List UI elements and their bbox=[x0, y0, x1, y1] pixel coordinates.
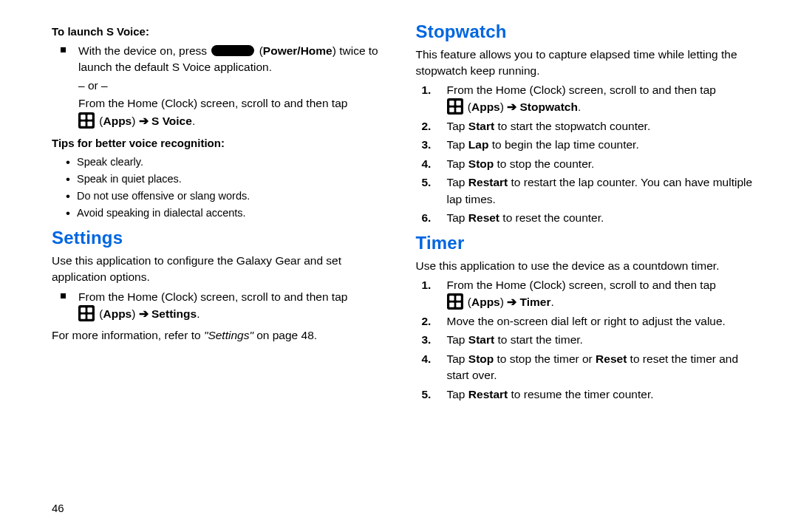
page-number: 46 bbox=[52, 502, 64, 514]
list-item: 5.Tap Restart to resume the timer counte… bbox=[416, 386, 758, 403]
text: to reset the counter. bbox=[499, 211, 604, 224]
or-divider: – or – bbox=[78, 78, 394, 94]
text: to resume the timer counter. bbox=[508, 388, 653, 400]
power-home-button-icon bbox=[211, 45, 254, 56]
step-number: 3. bbox=[416, 137, 447, 153]
text: With the device on, press bbox=[78, 44, 210, 57]
text: ) bbox=[132, 115, 138, 127]
text: Tap bbox=[447, 352, 468, 365]
settings-intro: Use this application to configure the Ga… bbox=[52, 253, 394, 286]
text: . bbox=[578, 100, 581, 113]
arrow-icon: ➔ bbox=[139, 307, 149, 320]
step-number: 5. bbox=[416, 386, 447, 403]
text: to start the stopwatch counter. bbox=[494, 120, 650, 132]
settings-label: Settings bbox=[151, 307, 197, 320]
apps-label: Apps bbox=[471, 100, 500, 113]
list-item: 5.Tap Restart to restart the lap counter… bbox=[416, 174, 758, 208]
list-item: 4.Tap Stop to stop the timer or Reset to… bbox=[416, 351, 758, 384]
svoice-label: S Voice bbox=[151, 115, 192, 127]
text: to stop the timer or bbox=[494, 352, 596, 365]
list-item: 1. From the Home (Clock) screen, scroll … bbox=[416, 82, 758, 116]
text: ) bbox=[132, 307, 138, 320]
list-item: 2.Move the on-screen dial left or right … bbox=[416, 313, 758, 330]
right-column: Stopwatch This feature allows you to cap… bbox=[416, 22, 758, 525]
tip-item: Avoid speaking in dialectal accents. bbox=[77, 205, 394, 221]
bold: Reset bbox=[468, 211, 499, 224]
settings-ref: "Settings" bbox=[204, 329, 253, 341]
settings-nav-bullet: From the Home (Clock) screen, scroll to … bbox=[52, 289, 394, 323]
tip-item: Do not use offensive or slang words. bbox=[77, 188, 394, 204]
bold: Lap bbox=[468, 138, 489, 151]
text: on page 48. bbox=[253, 329, 317, 341]
step-number: 6. bbox=[416, 210, 447, 226]
tip-item: Speak in quiet places. bbox=[77, 171, 394, 187]
text: to start the timer. bbox=[494, 333, 583, 346]
bold: Restart bbox=[468, 176, 508, 188]
text: . bbox=[192, 115, 195, 127]
left-column: To launch S Voice: With the device on, p… bbox=[52, 22, 394, 525]
text: Tap bbox=[447, 388, 468, 400]
svoice-launch-bullet: With the device on, press (Power/Home) t… bbox=[52, 43, 394, 129]
step-number: 4. bbox=[416, 156, 447, 172]
tips-head: Tips for better voice recognition: bbox=[52, 135, 394, 151]
apps-icon bbox=[78, 305, 95, 321]
stopwatch-heading: Stopwatch bbox=[416, 19, 758, 45]
tip-item: Speak clearly. bbox=[77, 154, 394, 170]
list-item: 2.Tap Start to start the stopwatch count… bbox=[416, 118, 758, 134]
step-number: 2. bbox=[416, 118, 447, 134]
bold: Start bbox=[468, 333, 494, 346]
timer-intro: Use this application to use the device a… bbox=[416, 258, 758, 274]
apps-label: Apps bbox=[103, 307, 132, 320]
apps-label: Apps bbox=[103, 115, 132, 127]
text: Tap bbox=[447, 138, 468, 151]
step-number: 3. bbox=[416, 332, 447, 348]
power-home-label: Power/Home bbox=[263, 44, 332, 57]
bold: Stop bbox=[468, 157, 494, 170]
stopwatch-steps: 1. From the Home (Clock) screen, scroll … bbox=[416, 82, 758, 227]
timer-steps: 1. From the Home (Clock) screen, scroll … bbox=[416, 277, 758, 403]
settings-heading: Settings bbox=[52, 225, 394, 251]
list-item: 6.Tap Reset to reset the counter. bbox=[416, 210, 758, 226]
apps-icon bbox=[447, 98, 463, 115]
bold: Start bbox=[468, 120, 494, 132]
text: to begin the lap time counter. bbox=[488, 138, 638, 151]
list-item: 3.Tap Start to start the timer. bbox=[416, 332, 758, 348]
text: Tap bbox=[447, 333, 468, 346]
list-item: 1. From the Home (Clock) screen, scroll … bbox=[416, 277, 758, 311]
text: . bbox=[550, 296, 553, 308]
text: From the Home (Clock) screen, scroll to … bbox=[78, 290, 347, 303]
step-number: 2. bbox=[416, 313, 447, 330]
settings-more-info: For more information, refer to "Settings… bbox=[52, 327, 394, 344]
stopwatch-intro: This feature allows you to capture elaps… bbox=[416, 47, 758, 80]
apps-icon bbox=[78, 112, 95, 129]
timer-label: Timer bbox=[520, 296, 551, 308]
step-number: 1. bbox=[416, 82, 447, 116]
text: Move the on-screen dial left or right to… bbox=[447, 313, 758, 330]
text: From the Home (Clock) screen, scroll to … bbox=[78, 97, 347, 109]
bold: Reset bbox=[596, 352, 627, 365]
list-item: 4.Tap Stop to stop the counter. bbox=[416, 156, 758, 172]
arrow-icon: ➔ bbox=[507, 296, 516, 308]
text: Tap bbox=[447, 157, 468, 170]
text: . bbox=[197, 307, 200, 320]
tips-list: Speak clearly. Speak in quiet places. Do… bbox=[52, 154, 394, 221]
bold: Stop bbox=[468, 352, 494, 365]
stopwatch-label: Stopwatch bbox=[520, 100, 578, 113]
timer-heading: Timer bbox=[416, 231, 758, 256]
apps-icon bbox=[447, 293, 463, 310]
text: Tap bbox=[447, 176, 468, 188]
text: Tap bbox=[447, 211, 468, 224]
text: For more information, refer to bbox=[52, 329, 204, 341]
step-number: 5. bbox=[416, 174, 447, 208]
text: to stop the counter. bbox=[494, 157, 594, 170]
text: ) bbox=[500, 100, 507, 113]
apps-label: Apps bbox=[471, 296, 500, 308]
arrow-icon: ➔ bbox=[507, 100, 516, 113]
bold: Restart bbox=[468, 388, 508, 400]
step-number: 1. bbox=[416, 277, 447, 311]
arrow-icon: ➔ bbox=[139, 115, 149, 127]
text: From the Home (Clock) screen, scroll to … bbox=[447, 83, 716, 96]
list-item: 3.Tap Lap to begin the lap time counter. bbox=[416, 137, 758, 153]
manual-page: To launch S Voice: With the device on, p… bbox=[0, 0, 798, 532]
text: From the Home (Clock) screen, scroll to … bbox=[447, 279, 716, 291]
